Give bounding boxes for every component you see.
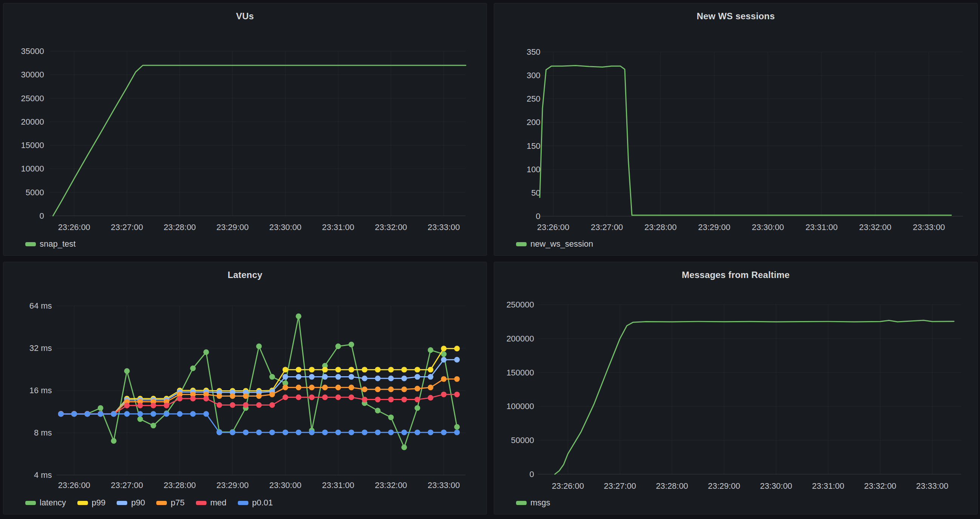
data-point (309, 374, 315, 380)
data-point (428, 395, 433, 401)
legend-item-p90[interactable]: p90 (117, 498, 145, 508)
data-point (362, 386, 368, 392)
data-point (177, 396, 183, 401)
data-point (454, 357, 460, 363)
legend-label: msgs (530, 498, 550, 508)
legend-swatch-icon (238, 501, 248, 505)
data-point (243, 402, 249, 408)
data-point (401, 445, 407, 450)
y-tick-label: 10000 (21, 164, 44, 173)
y-tick-label: 200 (527, 118, 541, 127)
legend-item-msgs[interactable]: msgs (516, 498, 550, 508)
legend-item-new_ws_session[interactable]: new_ws_session (516, 239, 593, 249)
data-point (58, 411, 64, 417)
messages-chart-canvas[interactable]: 05000010000015000020000025000023:26:0023… (494, 262, 977, 514)
data-point (401, 430, 407, 435)
data-point (72, 411, 77, 417)
legend-swatch-icon (156, 501, 167, 505)
series-line-latency (61, 316, 457, 447)
data-point (362, 397, 368, 402)
data-point (256, 402, 262, 408)
data-point (309, 394, 315, 400)
data-point (441, 392, 447, 398)
x-tick-label: 23:31:00 (812, 481, 844, 491)
data-point (217, 430, 222, 435)
x-tick-label: 23:26:00 (58, 222, 90, 232)
data-point (204, 350, 209, 355)
data-point (335, 385, 341, 390)
y-tick-label: 50 (531, 188, 540, 198)
y-tick-label: 250 (527, 94, 541, 104)
y-tick-label: 0 (529, 469, 534, 479)
vus-legend: snap_test (25, 238, 75, 251)
data-point (388, 397, 394, 402)
x-tick-label: 23:33:00 (913, 222, 945, 232)
y-tick-label: 300 (527, 71, 541, 80)
y-tick-label: 35000 (21, 46, 44, 56)
panel-new-ws-sessions: New WS sessions 05010015020025030035023:… (494, 3, 978, 256)
data-point (256, 393, 262, 399)
legend-label: p0.01 (252, 498, 273, 508)
data-point (164, 402, 170, 408)
data-point (309, 430, 315, 435)
data-point (428, 385, 433, 390)
data-point (401, 367, 407, 372)
legend-item-p99[interactable]: p99 (77, 498, 106, 508)
data-point (282, 374, 288, 380)
data-point (190, 366, 196, 371)
data-point (415, 430, 420, 435)
data-point (348, 342, 354, 347)
legend-item-med[interactable]: med (196, 498, 226, 508)
y-tick-label: 200000 (506, 334, 534, 343)
y-axis-labels: 050100150200250300350 (527, 47, 541, 221)
new-ws-sessions-chart-canvas[interactable]: 05010015020025030035023:26:0023:27:0023:… (494, 3, 977, 256)
data-point (296, 430, 301, 435)
data-point (98, 411, 103, 417)
legend-item-snap_test[interactable]: snap_test (25, 239, 75, 249)
data-point (322, 394, 328, 400)
x-tick-label: 23:28:00 (644, 222, 676, 232)
data-point (388, 430, 394, 435)
data-point (309, 367, 315, 372)
data-point (111, 438, 117, 444)
data-point (415, 367, 420, 372)
x-tick-label: 23:30:00 (269, 481, 301, 490)
y-tick-label: 0 (536, 212, 540, 221)
series-line-snap_test (53, 65, 466, 216)
data-point (269, 402, 275, 408)
data-point (124, 402, 130, 408)
x-tick-label: 23:26:00 (552, 481, 584, 491)
legend-swatch-icon (516, 501, 527, 505)
y-tick-label: 100 (527, 165, 541, 174)
latency-chart-canvas[interactable]: 4 ms8 ms16 ms32 ms64 ms23:26:0023:27:002… (3, 262, 487, 514)
data-point (190, 411, 196, 417)
messages-legend: msgs (516, 496, 550, 509)
data-point (335, 367, 341, 372)
legend-swatch-icon (77, 501, 88, 505)
data-point (282, 385, 288, 390)
legend-swatch-icon (25, 501, 36, 505)
legend-item-p0.01[interactable]: p0.01 (238, 498, 273, 508)
data-point (348, 430, 354, 435)
legend-item-latency[interactable]: latency (25, 498, 66, 508)
data-point (362, 375, 368, 381)
vus-chart-canvas[interactable]: 0500010000150002000025000300003500023:26… (3, 3, 487, 256)
data-point (388, 375, 394, 381)
legend-swatch-icon (196, 501, 207, 505)
x-tick-label: 23:32:00 (375, 481, 407, 490)
data-point (375, 397, 380, 402)
legend-label: p90 (131, 498, 145, 508)
y-axis-labels: 4 ms8 ms16 ms32 ms64 ms (29, 301, 52, 480)
legend-label: latency (40, 498, 66, 508)
x-tick-label: 23:29:00 (698, 222, 730, 232)
data-point (362, 367, 368, 372)
legend-swatch-icon (25, 242, 36, 246)
data-point (388, 367, 394, 372)
x-tick-label: 23:27:00 (111, 481, 143, 490)
data-point (282, 394, 288, 400)
legend-item-p75[interactable]: p75 (156, 498, 185, 508)
x-tick-label: 23:30:00 (752, 222, 784, 232)
x-tick-label: 23:26:00 (58, 481, 90, 490)
data-point (348, 367, 354, 372)
data-point (151, 402, 156, 408)
